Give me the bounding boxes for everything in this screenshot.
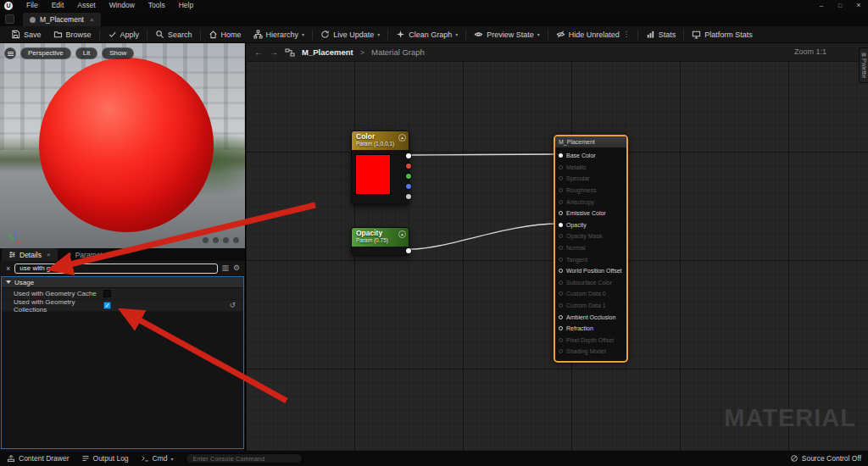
- pin-icon[interactable]: [559, 303, 563, 308]
- pin-icon[interactable]: [559, 338, 563, 342]
- viewport-control-icon[interactable]: [212, 236, 220, 244]
- material-input-pin-row[interactable]: Base Color: [555, 150, 626, 162]
- source-control-button[interactable]: Source Control Off: [790, 454, 861, 463]
- menu-item[interactable]: Edit: [45, 0, 71, 11]
- output-pin[interactable]: [406, 248, 411, 253]
- node-color-param[interactable]: Color Param (1,0,0,1): [351, 130, 409, 205]
- material-preview-viewport[interactable]: Perspective Lit Show: [0, 43, 245, 248]
- material-input-pin-row[interactable]: Ambient Occlusion: [555, 311, 626, 323]
- node-material-result[interactable]: M_Placement Base Color Metallic: [554, 135, 628, 363]
- pin-icon[interactable]: [559, 280, 563, 285]
- material-input-pin-row[interactable]: Roughness: [555, 185, 626, 197]
- forward-arrow-icon[interactable]: [270, 47, 278, 57]
- settings-gear-icon[interactable]: [232, 264, 241, 272]
- usage-checkbox[interactable]: [103, 302, 111, 309]
- material-input-pin-row[interactable]: Refraction: [555, 323, 626, 335]
- material-input-pin-row[interactable]: Subsurface Color: [555, 277, 626, 289]
- pin-icon[interactable]: [559, 234, 563, 238]
- minimize-button[interactable]: [812, 0, 831, 11]
- material-input-pin-row[interactable]: Emissive Color: [555, 208, 626, 219]
- content-drawer-button[interactable]: Content Drawer: [7, 454, 70, 463]
- material-input-pin-row[interactable]: Pixel Depth Offset: [555, 335, 626, 347]
- pin-icon[interactable]: [559, 349, 563, 353]
- material-input-pin-row[interactable]: Opacity Mask: [555, 230, 626, 242]
- output-pin[interactable]: [406, 174, 411, 179]
- material-input-pin-row[interactable]: Custom Data 1: [555, 300, 626, 312]
- collapse-button[interactable]: [398, 134, 406, 141]
- apply-button[interactable]: Apply: [102, 26, 146, 42]
- reset-to-default-icon[interactable]: [229, 302, 236, 309]
- pin-icon[interactable]: [559, 258, 563, 262]
- output-pin[interactable]: [406, 184, 411, 189]
- view-options-icon[interactable]: [220, 264, 230, 272]
- material-graph-canvas[interactable]: M_Placement > Material Graph Zoom 1:1 Pa…: [245, 43, 868, 451]
- back-arrow-icon[interactable]: [254, 47, 263, 57]
- node-opacity-param[interactable]: Opacity Param (0.75): [351, 227, 409, 256]
- palette-side-tab[interactable]: Palette: [859, 47, 868, 83]
- save-button[interactable]: Save: [5, 26, 47, 42]
- pin-icon[interactable]: [559, 188, 563, 192]
- viewport-control-icon[interactable]: [232, 236, 240, 244]
- viewport-control-icon[interactable]: [202, 236, 209, 244]
- close-button[interactable]: [849, 0, 868, 11]
- viewport-control-icon[interactable]: [222, 236, 230, 244]
- show-button[interactable]: Show: [102, 47, 134, 59]
- clear-search-icon[interactable]: [4, 264, 12, 273]
- breadcrumb-root[interactable]: M_Placement: [302, 47, 353, 57]
- color-swatch[interactable]: [355, 154, 391, 195]
- material-input-pin-row[interactable]: Custom Data 0: [555, 288, 626, 300]
- material-node-title[interactable]: M_Placement: [555, 136, 626, 148]
- pin-icon[interactable]: [559, 176, 563, 180]
- pin-icon[interactable]: [559, 153, 563, 158]
- collapse-button[interactable]: [398, 230, 406, 238]
- viewport-menu-button[interactable]: [4, 47, 16, 59]
- pin-icon[interactable]: [559, 211, 563, 215]
- pin-icon[interactable]: [559, 315, 563, 319]
- material-input-pin-row[interactable]: Normal: [555, 242, 626, 254]
- perspective-button[interactable]: Perspective: [20, 47, 71, 59]
- search-button[interactable]: Search: [149, 26, 198, 42]
- asset-tab-m-placement[interactable]: M_Placement: [23, 13, 101, 26]
- opacity-node-header[interactable]: Opacity Param (0.75): [352, 228, 409, 247]
- stats-button[interactable]: Stats: [640, 26, 682, 42]
- pin-icon[interactable]: [559, 200, 563, 204]
- material-input-pin-row[interactable]: Anisotropy: [555, 196, 626, 208]
- pin-icon[interactable]: [559, 223, 563, 227]
- menu-item[interactable]: Tools: [142, 0, 172, 11]
- material-input-pin-row[interactable]: Tangent: [555, 253, 626, 265]
- pin-icon[interactable]: [559, 269, 563, 273]
- menu-item[interactable]: Window: [103, 0, 142, 11]
- hide-unrelated-button[interactable]: Hide Unrelated: [550, 26, 636, 42]
- menu-item[interactable]: Asset: [70, 0, 102, 11]
- material-input-pin-row[interactable]: World Position Offset: [555, 265, 626, 277]
- details-search-input[interactable]: [14, 264, 218, 274]
- material-input-pin-row[interactable]: Specular: [555, 173, 626, 185]
- console-command-input[interactable]: [186, 453, 303, 463]
- menu-item[interactable]: File: [19, 0, 45, 11]
- usage-checkbox[interactable]: [103, 290, 111, 297]
- pin-icon[interactable]: [559, 291, 563, 296]
- material-input-pin-row[interactable]: Opacity: [555, 219, 626, 231]
- usage-section-header[interactable]: Usage: [2, 277, 243, 288]
- material-input-pin-row[interactable]: Metallic: [555, 162, 626, 174]
- menu-item[interactable]: Help: [172, 0, 200, 11]
- more-options-icon[interactable]: [623, 31, 630, 38]
- preview-state-button[interactable]: Preview State: [468, 26, 546, 42]
- tab-details[interactable]: Details: [2, 248, 58, 261]
- output-pin[interactable]: [406, 164, 411, 169]
- live-update-button[interactable]: Live Update: [314, 26, 386, 42]
- output-pin[interactable]: [406, 194, 411, 199]
- maximize-button[interactable]: [831, 0, 849, 11]
- tab-parameters[interactable]: Parameters: [58, 248, 120, 261]
- pin-icon[interactable]: [559, 246, 563, 250]
- pin-icon[interactable]: [559, 326, 563, 330]
- tab-close-icon[interactable]: [90, 16, 94, 24]
- home-button[interactable]: Home: [203, 26, 248, 42]
- platform-stats-button[interactable]: Platform Stats: [686, 26, 759, 42]
- cmd-dropdown[interactable]: Cmd: [141, 454, 174, 463]
- material-input-pin-row[interactable]: Shading Model: [555, 346, 626, 358]
- output-pin[interactable]: [406, 153, 411, 158]
- clean-graph-button[interactable]: Clean Graph: [390, 26, 464, 42]
- output-log-button[interactable]: Output Log: [81, 454, 129, 463]
- hierarchy-button[interactable]: Hierarchy: [248, 26, 311, 42]
